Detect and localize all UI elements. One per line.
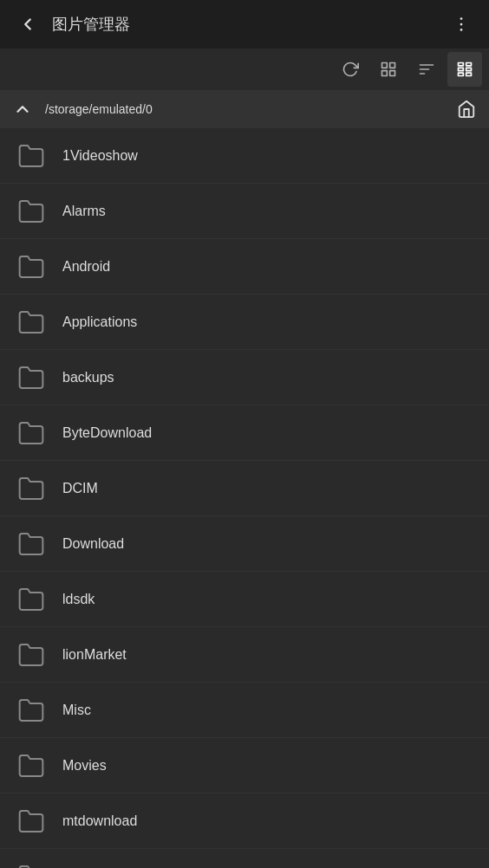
folder-icon: [14, 859, 49, 869]
current-path: /storage/emulated/0: [45, 102, 451, 116]
list-item[interactable]: ldsdk: [0, 572, 489, 627]
list-item[interactable]: Android: [0, 239, 489, 295]
file-name: lionMarket: [62, 647, 127, 663]
home-button[interactable]: [451, 94, 482, 125]
file-list: 1Videoshow Alarms Android Applications b: [0, 128, 489, 868]
folder-icon: [14, 582, 49, 617]
svg-rect-15: [466, 73, 472, 75]
list-item[interactable]: DCIM: [0, 461, 489, 516]
svg-rect-6: [382, 71, 388, 76]
list-item[interactable]: Music: [0, 849, 489, 868]
file-name: Misc: [62, 703, 91, 718]
file-name: Alarms: [62, 204, 106, 219]
path-bar: /storage/emulated/0: [0, 90, 489, 128]
file-name: Movies: [62, 758, 107, 774]
folder-icon: [14, 305, 49, 340]
view-button[interactable]: [447, 52, 482, 87]
svg-rect-11: [466, 63, 472, 66]
file-name: ldsdk: [62, 592, 95, 607]
list-item[interactable]: Movies: [0, 738, 489, 794]
list-item[interactable]: Download: [0, 516, 489, 572]
list-item[interactable]: ByteDownload: [0, 405, 489, 461]
file-name: mtdownload: [62, 813, 137, 829]
file-name: backups: [62, 370, 114, 385]
back-button[interactable]: [10, 7, 45, 42]
folder-icon: [14, 693, 49, 728]
svg-rect-14: [459, 73, 464, 75]
folder-icon: [14, 638, 49, 672]
svg-rect-13: [466, 68, 472, 70]
svg-rect-10: [459, 63, 464, 66]
folder-icon: [14, 416, 49, 450]
app-title: 图片管理器: [52, 14, 444, 35]
svg-point-0: [460, 17, 463, 20]
list-item[interactable]: Applications: [0, 295, 489, 350]
folder-icon: [14, 527, 49, 561]
folder-icon: [14, 194, 49, 229]
list-item[interactable]: Misc: [0, 683, 489, 738]
refresh-button[interactable]: [333, 52, 368, 87]
svg-rect-3: [382, 63, 388, 68]
file-name: DCIM: [62, 481, 98, 496]
folder-icon: [14, 471, 49, 506]
file-name: Download: [62, 536, 124, 552]
svg-point-2: [460, 29, 463, 31]
folder-icon: [14, 249, 49, 284]
list-item[interactable]: mtdownload: [0, 794, 489, 849]
header: 图片管理器: [0, 0, 489, 49]
svg-rect-12: [459, 68, 464, 70]
list-item[interactable]: 1Videoshow: [0, 128, 489, 184]
up-button[interactable]: [7, 94, 38, 125]
file-name: 1Videoshow: [62, 148, 138, 164]
toolbar: [0, 49, 489, 90]
list-item[interactable]: Alarms: [0, 184, 489, 239]
svg-rect-4: [390, 63, 395, 68]
file-name: ByteDownload: [62, 425, 152, 441]
svg-point-1: [460, 23, 463, 26]
folder-icon: [14, 804, 49, 839]
list-item[interactable]: backups: [0, 350, 489, 405]
list-item[interactable]: lionMarket: [0, 627, 489, 683]
file-name: Applications: [62, 314, 137, 330]
grid-button[interactable]: [371, 52, 406, 87]
more-button[interactable]: [444, 7, 479, 42]
svg-rect-5: [390, 71, 395, 76]
folder-icon: [14, 360, 49, 395]
sort-button[interactable]: [409, 52, 444, 87]
file-name: Android: [62, 259, 110, 275]
folder-icon: [14, 748, 49, 783]
folder-icon: [14, 139, 49, 173]
